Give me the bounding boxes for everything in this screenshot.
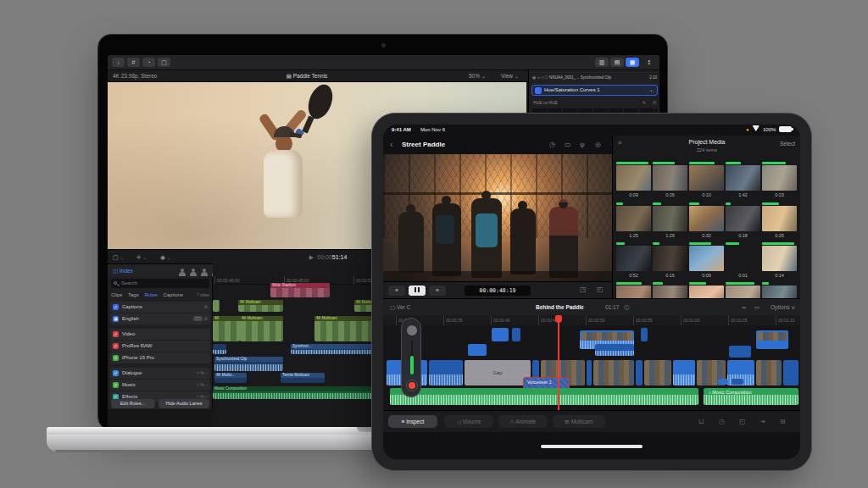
inspector-video-icon[interactable]: ▣ [532, 75, 536, 80]
effect-bar[interactable]: Hue/Saturation Curves 1 ⌄ [531, 85, 658, 96]
timeline-clip[interactable]: 4K [213, 316, 240, 341]
timeline-clip[interactable]: 4K Multicam [240, 316, 283, 341]
split-icon[interactable]: ⇥ [760, 417, 765, 427]
hide-audio-lanes-button[interactable]: Hide Audio Lanes [159, 399, 209, 408]
snapshot-icon[interactable]: ▭ [754, 299, 760, 316]
background-tasks-icon[interactable]: ◔ [142, 58, 155, 67]
import-icon[interactable]: ↓ [112, 58, 125, 67]
multicam-button[interactable]: ⊞ Multicam [553, 415, 605, 428]
english-checkbox[interactable]: ▣ [113, 316, 119, 322]
role-row-dialogue[interactable]: ✓ Dialogue ≈ % ○ [110, 368, 210, 379]
music-checkbox[interactable]: ✓ [113, 382, 119, 388]
timeline-clip[interactable]: 4K Multic… [214, 373, 247, 383]
timeline-clip[interactable]: Tennis Multicam [281, 373, 325, 383]
tab-roles[interactable]: Roles [144, 292, 157, 297]
index-toggle-button[interactable]: ◫ Index [113, 264, 133, 277]
timeline-clip[interactable] [641, 328, 648, 341]
multicam-view-icon[interactable]: ⊞ [780, 417, 786, 427]
timeline-clip[interactable] [756, 360, 782, 385]
timeline-clip[interactable] [644, 360, 671, 385]
link-icon[interactable]: ∞ [742, 299, 746, 316]
video-checkbox[interactable]: ✓ [113, 331, 119, 337]
playhead[interactable] [558, 315, 559, 410]
dialogue-checkbox[interactable]: ✓ [113, 370, 119, 376]
inspect-button[interactable]: ≡ Inspect [388, 415, 437, 428]
timeline-clip[interactable] [593, 360, 634, 385]
back-icon[interactable]: ‹ [390, 136, 392, 154]
timeline-clip[interactable] [732, 379, 743, 385]
role-row-captions[interactable]: ✓ Captions ⚙ [110, 302, 210, 313]
tab-captions[interactable]: Captions [163, 292, 183, 297]
tab-tags[interactable]: Tags [128, 292, 139, 297]
timeline-clip[interactable] [512, 328, 520, 341]
gear-icon[interactable]: ⚙ [204, 316, 208, 321]
version-label[interactable]: ▢ Ver C [390, 299, 410, 316]
timer-icon[interactable]: ◷ [549, 136, 555, 154]
eyedropper-icon[interactable]: ✎ [643, 98, 646, 108]
record-icon[interactable]: ◎ [595, 136, 601, 154]
timeline-clip[interactable]: Wide Stadium [270, 283, 330, 297]
circle-icon[interactable]: ○ [205, 370, 208, 375]
clock-icon[interactable]: ◷ [719, 417, 725, 427]
camera-icon[interactable]: ▭ [565, 136, 571, 154]
share-icon[interactable]: ↥ [643, 58, 656, 67]
layout-inspector-button[interactable]: ▦ [626, 58, 639, 67]
wave-icon[interactable]: ≈ [197, 370, 199, 375]
role-row-iphone[interactable]: ✓ iPhone 15 Pro [110, 352, 210, 363]
timeline-clip[interactable] [468, 344, 487, 356]
record-button[interactable] [406, 380, 418, 391]
mic-icon[interactable]: ψ [580, 136, 585, 154]
music-clip[interactable]: ♪ Music Composition [704, 388, 798, 405]
timeline-clip-music[interactable]: Music Composition [213, 386, 396, 399]
timeline-clip[interactable] [595, 344, 634, 356]
inspector-color-icon[interactable]: ◑ [537, 75, 540, 80]
effect-chevron-icon[interactable]: ⌄ [649, 86, 654, 95]
role-row-video[interactable]: ✓ Video [110, 329, 210, 340]
timeline-clip[interactable] [718, 379, 728, 385]
timeline-clip[interactable] [729, 346, 751, 358]
timeline-clip[interactable] [587, 360, 592, 385]
ipad-timeline[interactable]: Gap Voiceover 1 ♪ Music Composition [383, 325, 800, 410]
home-indicator[interactable] [541, 445, 643, 448]
trash-icon[interactable]: ⊔ [698, 417, 704, 427]
role-row-prores[interactable]: ✓ ProRes RAW [110, 341, 210, 352]
inspector-info-icon[interactable]: ⓘ [544, 75, 548, 80]
captions-checkbox[interactable]: ✓ [113, 304, 119, 310]
voiceover-fader-hud[interactable] [401, 318, 421, 397]
options-dropdown[interactable]: Options ∨ [771, 299, 795, 316]
skip-back-button[interactable]: « [388, 286, 405, 296]
timeline-clip[interactable] [673, 360, 695, 385]
select-button[interactable]: Select [780, 141, 795, 147]
role-row-english[interactable]: ▣ English iTT ⚙ [110, 313, 210, 324]
timeline-clip[interactable] [213, 344, 226, 354]
timeline-clip[interactable]: Synchronized Clip [214, 357, 283, 371]
iphone-checkbox[interactable]: ✓ [113, 355, 119, 361]
search-input[interactable]: Search [111, 279, 209, 288]
pip-icon[interactable]: ◰ [597, 286, 604, 293]
tab-clips[interactable]: Clips [111, 292, 122, 297]
captions-tool-icon[interactable]: ▢ [158, 58, 170, 67]
timeline-clip[interactable] [783, 360, 798, 385]
ipad-timeline-ruler[interactable]: 00:00:30 00:00:35 00:00:40 00:00:45 00:0… [383, 315, 800, 325]
pip-icon[interactable]: ◰ [739, 417, 746, 427]
music-clip[interactable] [390, 388, 698, 405]
fader-knob[interactable] [407, 325, 417, 336]
role-row-music[interactable]: ✓ Music ≈ % ○ [110, 380, 210, 391]
volume-button[interactable]: ◁ Volume [444, 415, 493, 428]
edit-roles-button[interactable]: Edit Roles… [111, 399, 155, 408]
gap-clip[interactable]: Gap [465, 360, 531, 385]
layout-timeline-button[interactable]: ▤ [610, 58, 624, 67]
zoom-dropdown[interactable]: 50% ⌄ [469, 70, 486, 82]
keywords-icon[interactable]: # [127, 58, 140, 67]
pause-button[interactable] [409, 286, 426, 296]
timeline-clip[interactable]: 4K Multicam [314, 316, 378, 341]
info-icon[interactable]: ⓘ [624, 299, 630, 316]
timeline-clip[interactable] [213, 300, 220, 312]
gear-icon[interactable]: ⚙ [204, 302, 208, 313]
timeline-clip[interactable] [636, 360, 643, 385]
expand-icon[interactable]: ◳ [580, 286, 587, 293]
prores-checkbox[interactable]: ✓ [113, 343, 119, 349]
skip-forward-button[interactable]: » [429, 286, 446, 296]
animate-button[interactable]: ◇ Animate [498, 415, 548, 428]
timeline-clip[interactable] [492, 328, 509, 341]
